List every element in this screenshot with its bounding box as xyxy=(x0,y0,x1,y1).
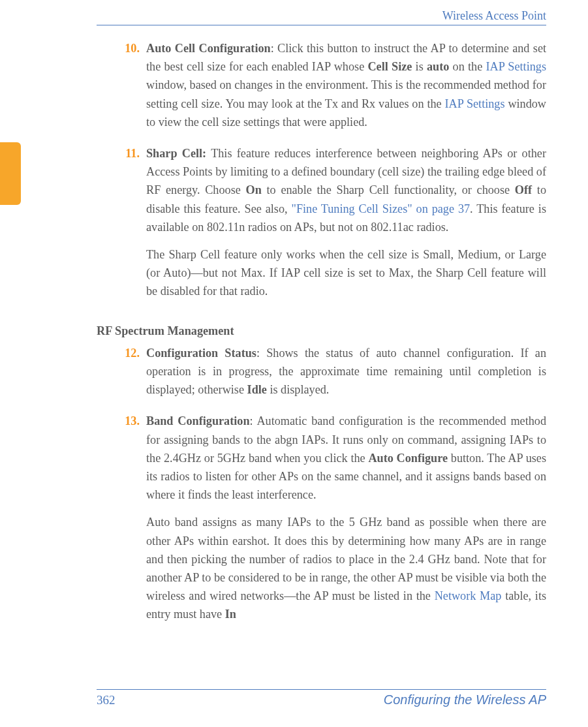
page-number: 362 xyxy=(97,693,116,707)
running-header: Wireless Access Point xyxy=(97,9,546,25)
text: is displayed. xyxy=(267,383,329,396)
term: Band Configuration xyxy=(146,414,250,427)
term: Sharp Cell: xyxy=(146,147,206,160)
item-number: 12. xyxy=(115,344,140,362)
link-iap-settings[interactable]: IAP Settings xyxy=(444,97,504,110)
link-fine-tuning-cell-sizes[interactable]: "Fine Tuning Cell Sizes" on page 37 xyxy=(291,202,470,215)
item-body: Configuration Status: Shows the status o… xyxy=(146,344,546,409)
side-tab xyxy=(0,142,21,205)
bold-text: auto xyxy=(427,60,449,73)
term: Auto Cell Configuration xyxy=(146,42,271,55)
bold-text: Off xyxy=(515,183,532,196)
paragraph: Auto band assigns as many IAPs to the 5 … xyxy=(146,513,546,623)
paragraph: Band Configuration: Automatic band confi… xyxy=(146,412,546,504)
paragraph: The Sharp Cell feature only works when t… xyxy=(146,245,546,301)
body-content: 10. Auto Cell Configuration: Click this … xyxy=(97,35,546,668)
link-iap-settings[interactable]: IAP Settings xyxy=(486,60,546,73)
paragraph: Sharp Cell: This feature reduces interfe… xyxy=(146,144,546,236)
list-item-11: 11. Sharp Cell: This feature reduces int… xyxy=(97,144,546,310)
header-title: Wireless Access Point xyxy=(442,9,546,22)
paragraph: Auto Cell Configuration: Click this butt… xyxy=(146,39,546,131)
text: on the xyxy=(449,60,486,73)
bold-text: Cell Size xyxy=(367,60,412,73)
text: to enable the Sharp Cell functionality, … xyxy=(262,183,515,196)
list-item-12: 12. Configuration Status: Shows the stat… xyxy=(97,344,546,409)
text: is xyxy=(412,60,427,73)
bold-text: On xyxy=(246,183,262,196)
list-item-10: 10. Auto Cell Configuration: Click this … xyxy=(97,39,546,140)
item-body: Auto Cell Configuration: Click this butt… xyxy=(146,39,546,140)
footer: 362 Configuring the Wireless AP xyxy=(97,689,546,707)
bold-text: Idle xyxy=(247,383,267,396)
item-number: 13. xyxy=(115,412,140,430)
item-number: 10. xyxy=(115,39,140,57)
footer-section: Configuring the Wireless AP xyxy=(384,692,546,707)
bold-text: In xyxy=(225,608,236,621)
page: Wireless Access Point 10. Auto Cell Conf… xyxy=(0,0,588,727)
bold-text: Auto Configure xyxy=(368,452,448,465)
term: Configuration Status xyxy=(146,347,256,360)
list-item-13: 13. Band Configuration: Automatic band c… xyxy=(97,412,546,632)
item-number: 11. xyxy=(115,144,140,162)
item-body: Sharp Cell: This feature reduces interfe… xyxy=(146,144,546,310)
section-heading: RF Spectrum Management xyxy=(97,322,546,340)
item-body: Band Configuration: Automatic band confi… xyxy=(146,412,546,632)
paragraph: Configuration Status: Shows the status o… xyxy=(146,344,546,399)
link-network-map[interactable]: Network Map xyxy=(435,589,502,602)
